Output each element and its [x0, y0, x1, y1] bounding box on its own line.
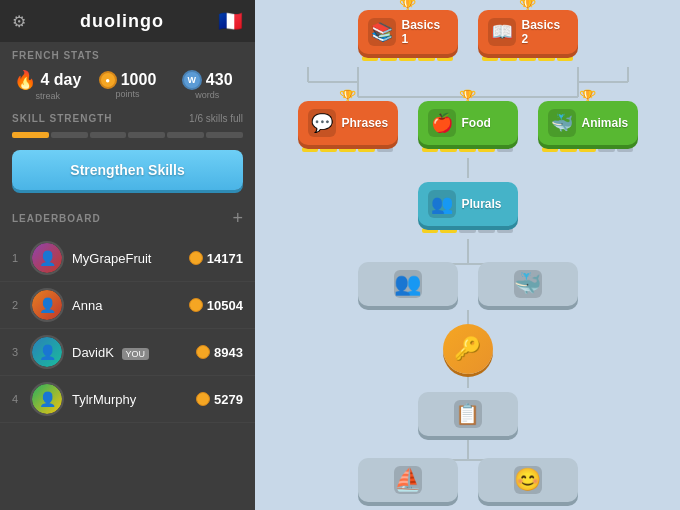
- food-label: Food: [462, 116, 491, 130]
- skill-bar-5: [167, 132, 204, 138]
- rank-number: 3: [12, 346, 22, 358]
- user-name: Anna: [72, 298, 181, 313]
- rank-number: 4: [12, 393, 22, 405]
- tree-container: 🏆 📚 Basics 1 🏆 📖 Basics 2: [265, 10, 670, 502]
- coin-icon: ●: [99, 71, 117, 89]
- plurals-progress: [418, 228, 518, 235]
- avatar: 👤: [30, 382, 64, 416]
- skill-strength-label: SKILL STRENGTH: [12, 113, 112, 124]
- basics2-icon: 📖: [488, 18, 516, 46]
- words-label: words: [195, 90, 219, 100]
- basics2-label: Basics 2: [522, 18, 568, 46]
- skill-bar-4: [128, 132, 165, 138]
- skill-bar-3: [90, 132, 127, 138]
- gear-icon[interactable]: ⚙: [12, 12, 26, 31]
- skill-locked-5: 😊: [478, 458, 578, 502]
- locked2-icon: 🐳: [514, 270, 542, 298]
- user-score-block: 14171: [189, 251, 243, 266]
- add-leaderboard-icon[interactable]: +: [232, 208, 243, 229]
- avatar: 👤: [30, 335, 64, 369]
- skill-row-1: 🏆 📚 Basics 1 🏆 📖 Basics 2: [358, 10, 578, 63]
- avatar: 👤: [30, 241, 64, 275]
- list-item: 3 👤 DavidK YOU 8943: [0, 329, 255, 376]
- language-flag[interactable]: 🇫🇷: [218, 9, 243, 33]
- skill-locked-4: ⛵: [358, 458, 458, 502]
- skill-basics1[interactable]: 🏆 📚 Basics 1: [358, 10, 458, 63]
- skill-locked-1: 👥: [358, 262, 458, 306]
- you-badge: YOU: [122, 348, 150, 360]
- flame-icon: 🔥: [14, 69, 36, 91]
- rank-number: 1: [12, 252, 22, 264]
- coin-small-icon: [196, 392, 210, 406]
- skill-food[interactable]: 🏆 🍎 Food: [418, 101, 518, 154]
- connector-v-5: [467, 374, 469, 388]
- points-value: 1000: [121, 71, 157, 89]
- avatar: 👤: [30, 288, 64, 322]
- stats-row: 🔥 4 day streak ● 1000 points W 430 words: [0, 65, 255, 109]
- list-item: 2 👤 Anna 10504: [0, 282, 255, 329]
- user-score-block: 10504: [189, 298, 243, 313]
- basics1-label: Basics 1: [402, 18, 448, 46]
- locked5-icon: 😊: [514, 466, 542, 494]
- points-label: points: [115, 89, 139, 99]
- coin-small-icon: [196, 345, 210, 359]
- user-score: 14171: [207, 251, 243, 266]
- skill-basics2[interactable]: 🏆 📖 Basics 2: [478, 10, 578, 63]
- plurals-icon: 👥: [428, 190, 456, 218]
- connector-svg-4: [348, 440, 588, 460]
- skill-locked-2: 🐳: [478, 262, 578, 306]
- food-progress: [418, 147, 518, 154]
- leaderboard-label: LEADERBOARD: [12, 213, 101, 224]
- words-icon: W: [182, 70, 202, 90]
- connector-svg-3: [348, 239, 588, 264]
- user-name: TylrMurphy: [72, 392, 188, 407]
- food-icon: 🍎: [428, 109, 456, 137]
- skill-phrases[interactable]: 🏆 💬 Phrases: [298, 101, 398, 154]
- words-value: 430: [206, 71, 233, 89]
- user-score: 10504: [207, 298, 243, 313]
- plurals-label: Plurals: [462, 197, 502, 211]
- skill-strength-value: 1/6 skills full: [189, 113, 243, 124]
- lock-icon: 🔑: [454, 336, 481, 362]
- streak-stat: 🔥 4 day streak: [12, 69, 84, 101]
- basics1-icon: 📚: [368, 18, 396, 46]
- coin-small-icon: [189, 251, 203, 265]
- skill-row-2: 🏆 💬 Phrases 🏆 🍎 Food: [298, 101, 638, 154]
- rank-number: 2: [12, 299, 22, 311]
- locked3-icon: 📋: [454, 400, 482, 428]
- user-score-block: 8943: [196, 345, 243, 360]
- streak-label: streak: [36, 91, 61, 101]
- coin-small-icon: [189, 298, 203, 312]
- skill-row-3: 👥 Plurals: [418, 182, 518, 235]
- locked4-icon: ⛵: [394, 466, 422, 494]
- locked1-icon: 👥: [394, 270, 422, 298]
- skill-bar-1: [12, 132, 49, 138]
- connector-v-2: [467, 158, 469, 178]
- phrases-label: Phrases: [342, 116, 389, 130]
- skill-animals[interactable]: 🏆 🐳 Animals: [538, 101, 638, 154]
- sidebar-header: ⚙ duolingo 🇫🇷: [0, 0, 255, 42]
- phrases-icon: 💬: [308, 109, 336, 137]
- leaderboard-header: LEADERBOARD +: [0, 202, 255, 235]
- user-score: 8943: [214, 345, 243, 360]
- leaderboard-list: 1 👤 MyGrapeFruit 14171 2 👤 Anna 10504 3 …: [0, 235, 255, 510]
- strengthen-skills-button[interactable]: Strengthen Skills: [12, 150, 243, 190]
- words-stat: W 430 words: [171, 70, 243, 100]
- list-item: 1 👤 MyGrapeFruit 14171: [0, 235, 255, 282]
- connector-v-4: [467, 310, 469, 324]
- sidebar: ⚙ duolingo 🇫🇷 FRENCH STATS 🔥 4 day strea…: [0, 0, 255, 510]
- phrases-progress: [298, 147, 398, 154]
- skill-locked-3: 📋: [418, 392, 518, 436]
- skill-plurals[interactable]: 👥 Plurals: [418, 182, 518, 235]
- skill-bar-2: [51, 132, 88, 138]
- streak-value: 4 day: [40, 71, 81, 89]
- basics2-progress: [478, 56, 578, 63]
- user-score-block: 5279: [196, 392, 243, 407]
- skill-row-7: ⛵ 😊: [358, 458, 578, 502]
- user-name: MyGrapeFruit: [72, 251, 181, 266]
- basics1-progress: [358, 56, 458, 63]
- skill-bar-6: [206, 132, 243, 138]
- lock-node: 🔑: [443, 324, 493, 374]
- points-stat: ● 1000 points: [92, 71, 164, 99]
- user-score: 5279: [214, 392, 243, 407]
